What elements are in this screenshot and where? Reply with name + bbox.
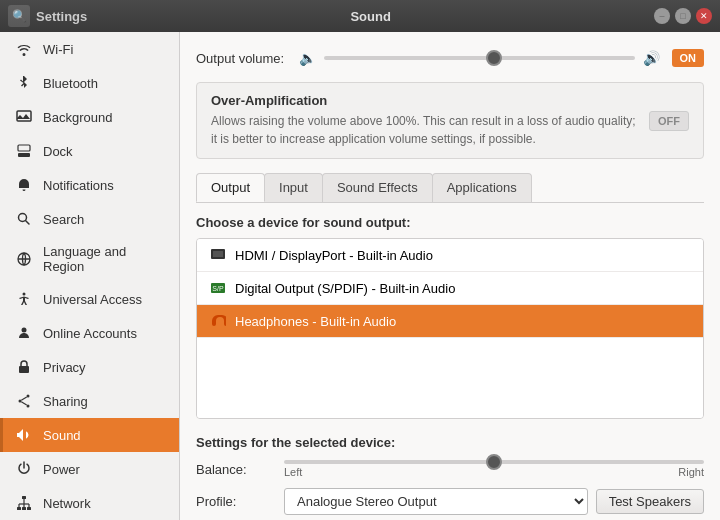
sidebar-icon-dock [15, 142, 33, 160]
svg-rect-17 [27, 507, 31, 510]
titlebar-title: Sound [87, 9, 654, 24]
device-row-headphones[interactable]: Headphones - Built-in Audio [197, 305, 703, 338]
over-amp-text: Over-Amplification Allows raising the vo… [211, 93, 639, 148]
selected-device-section: Settings for the selected device: Balanc… [196, 435, 704, 515]
sidebar-item-online-accounts[interactable]: Online Accounts [0, 316, 179, 350]
over-amp-toggle-container: OFF [649, 93, 689, 148]
device-list: HDMI / DisplayPort - Built-in Audio S/P … [196, 238, 704, 419]
volume-row: Output volume: 🔈 🔊 ON [196, 48, 704, 68]
profile-select[interactable]: Analogue Stereo OutputAnalogue Stereo In… [284, 488, 588, 515]
sidebar-icon-universal-access [15, 290, 33, 308]
balance-slider-container: Left Right [284, 460, 704, 478]
svg-text:S/P: S/P [212, 285, 224, 292]
over-amplification-box: Over-Amplification Allows raising the vo… [196, 82, 704, 159]
sidebar-label-dock: Dock [43, 144, 167, 159]
sidebar-label-notifications: Notifications [43, 178, 167, 193]
sidebar-label-search: Search [43, 212, 167, 227]
sidebar-item-wifi[interactable]: Wi-Fi [0, 32, 179, 66]
svg-point-10 [27, 405, 30, 408]
sidebar-item-privacy[interactable]: Privacy [0, 350, 179, 384]
device-icon-headphones [209, 312, 227, 330]
maximize-button[interactable]: □ [675, 8, 691, 24]
sidebar-icon-wifi [15, 40, 33, 58]
tab-sound-effects[interactable]: Sound Effects [322, 173, 433, 202]
sidebar-label-wifi: Wi-Fi [43, 42, 167, 57]
sidebar-item-background[interactable]: Background [0, 100, 179, 134]
device-icon-digital: S/P [209, 279, 227, 297]
sidebar: Wi-Fi Bluetooth Background Dock Notifica… [0, 32, 180, 520]
sidebar-icon-privacy [15, 358, 33, 376]
sidebar-label-sound: Sound [43, 428, 167, 443]
svg-rect-2 [18, 145, 30, 151]
sidebar-icon-power [15, 460, 33, 478]
sidebar-icon-notifications [15, 176, 33, 194]
profile-label: Profile: [196, 494, 276, 509]
main-content: Wi-Fi Bluetooth Background Dock Notifica… [0, 32, 720, 520]
titlebar-app-name: Settings [36, 9, 87, 24]
sidebar-item-language[interactable]: Language and Region [0, 236, 179, 282]
svg-point-11 [19, 400, 22, 403]
svg-rect-8 [19, 366, 29, 373]
sidebar-icon-sharing [15, 392, 33, 410]
sidebar-item-network[interactable]: Network [0, 486, 179, 520]
over-amp-content: Over-Amplification Allows raising the vo… [211, 93, 689, 148]
sidebar-icon-background [15, 108, 33, 126]
sidebar-label-bluetooth: Bluetooth [43, 76, 167, 91]
svg-rect-28 [213, 251, 223, 257]
profile-row: Profile: Analogue Stereo OutputAnalogue … [196, 488, 704, 515]
sidebar-item-sound[interactable]: Sound [0, 418, 179, 452]
main-window: 🔍 Settings Sound – □ ✕ Wi-Fi Bluetooth B… [0, 0, 720, 520]
sidebar-label-universal-access: Universal Access [43, 292, 167, 307]
svg-line-12 [21, 397, 26, 400]
sidebar-label-background: Background [43, 110, 167, 125]
tabs-row: OutputInputSound EffectsApplications [196, 173, 704, 203]
svg-rect-16 [22, 507, 26, 510]
titlebar: 🔍 Settings Sound – □ ✕ [0, 0, 720, 32]
device-label-headphones: Headphones - Built-in Audio [235, 314, 396, 329]
minimize-button[interactable]: – [654, 8, 670, 24]
device-icon-hdmi [209, 246, 227, 264]
svg-rect-1 [18, 153, 30, 157]
device-list-spacer [197, 338, 703, 418]
balance-left-label: Left [284, 466, 302, 478]
svg-point-6 [23, 293, 26, 296]
sidebar-item-bluetooth[interactable]: Bluetooth [0, 66, 179, 100]
over-amp-title: Over-Amplification [211, 93, 639, 108]
balance-label: Balance: [196, 462, 276, 477]
titlebar-search-button[interactable]: 🔍 [8, 5, 30, 27]
sidebar-label-privacy: Privacy [43, 360, 167, 375]
volume-toggle-button[interactable]: ON [672, 49, 705, 67]
sidebar-item-sharing[interactable]: Sharing [0, 384, 179, 418]
sidebar-label-network: Network [43, 496, 167, 511]
tab-applications[interactable]: Applications [432, 173, 532, 202]
volume-slider-container [324, 48, 635, 68]
sidebar-item-dock[interactable]: Dock [0, 134, 179, 168]
svg-point-9 [27, 395, 30, 398]
sidebar-item-power[interactable]: Power [0, 452, 179, 486]
volume-slider[interactable] [324, 56, 635, 60]
tab-output[interactable]: Output [196, 173, 265, 202]
sidebar-icon-network [15, 494, 33, 512]
balance-slider[interactable] [284, 460, 704, 464]
volume-label: Output volume: [196, 51, 291, 66]
sidebar-item-search[interactable]: Search [0, 202, 179, 236]
svg-rect-15 [17, 507, 21, 510]
device-label-digital: Digital Output (S/PDIF) - Built-in Audio [235, 281, 455, 296]
sidebar-label-power: Power [43, 462, 167, 477]
sidebar-label-online-accounts: Online Accounts [43, 326, 167, 341]
svg-line-13 [21, 402, 26, 405]
test-speakers-button[interactable]: Test Speakers [596, 489, 704, 514]
sidebar-icon-online-accounts [15, 324, 33, 342]
device-row-hdmi[interactable]: HDMI / DisplayPort - Built-in Audio [197, 239, 703, 272]
volume-high-icon: 🔊 [643, 50, 660, 66]
sidebar-item-universal-access[interactable]: Universal Access [0, 282, 179, 316]
selected-device-title: Settings for the selected device: [196, 435, 704, 450]
over-amp-toggle-button[interactable]: OFF [649, 111, 689, 131]
close-button[interactable]: ✕ [696, 8, 712, 24]
sidebar-item-notifications[interactable]: Notifications [0, 168, 179, 202]
svg-rect-14 [22, 496, 26, 499]
device-row-digital[interactable]: S/P Digital Output (S/PDIF) - Built-in A… [197, 272, 703, 305]
content-area: Output volume: 🔈 🔊 ON Over-Amplification… [180, 32, 720, 520]
device-label-hdmi: HDMI / DisplayPort - Built-in Audio [235, 248, 433, 263]
tab-input[interactable]: Input [264, 173, 323, 202]
